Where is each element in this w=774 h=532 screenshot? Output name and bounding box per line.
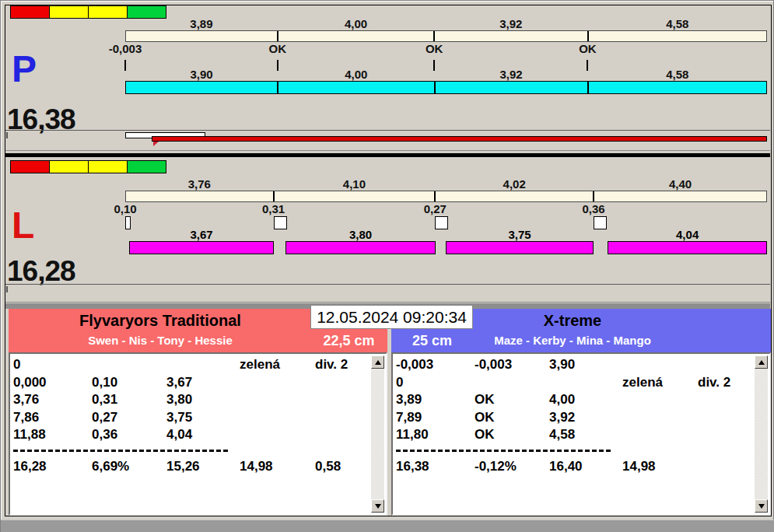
table-cell: 0,31 [92,391,166,409]
totals-cell: 14,98 [622,458,698,476]
table-row[interactable]: 0zelenádiv. 2 [396,374,754,392]
checkpoint-value: -0,003 [109,43,142,54]
scrollbar[interactable] [755,355,768,513]
arrow-up-icon [375,360,381,365]
table-cell: 0,000 [13,374,92,392]
team-name: Flyvaryors Traditional [9,312,312,330]
table-cell: OK [475,426,549,444]
table-cell [622,356,698,374]
table-cell [92,356,166,374]
bar-segment [433,31,587,41]
checkpoint-labels: 0,100,310,270,36 [125,203,767,215]
table-cell: 4,58 [549,426,622,444]
scroll-down-button[interactable] [371,499,384,513]
progress-strip [5,284,770,303]
bar-segment [593,191,766,201]
bar-segment [434,82,587,93]
team-dogs: Swen - Nis - Tony - Hessie [9,334,312,347]
scroll-down-button[interactable] [755,499,768,513]
traffic-light-segment [50,161,89,173]
team-result-list[interactable]: -0,003-0,0033,900zelenádiv. 23,89OK4,007… [391,352,771,516]
checkpoint-labels: -0,003OKOKOK [125,43,767,54]
bar-segment [277,31,433,41]
table-cell: 3,76 [13,391,92,409]
jump-height-right: 25 cm [391,331,473,352]
scroll-up-button[interactable] [755,355,768,369]
totals-row: 16,38-0,12%16,4014,98 [396,458,754,476]
totals-separator [13,450,228,452]
table-row[interactable]: 7,89OK3,92 [396,409,754,427]
bar-segment [434,191,593,201]
bar-value-label: 3,92 [434,68,587,80]
table-row[interactable]: 0,0000,103,67 [13,374,370,392]
result-rows: 0zelenádiv. 20,0000,103,673,760,313,807,… [13,356,370,444]
table-row[interactable]: 3,89OK4,00 [396,391,754,409]
table-cell: 11,88 [13,426,92,444]
table-cell [240,391,315,409]
result-rows: -0,003-0,0033,900zelenádiv. 23,89OK4,007… [396,356,754,444]
bar-value-label: 3,76 [125,178,274,190]
table-cell: 3,92 [549,409,622,427]
run-time-bar [125,81,767,94]
bar-value-label: 3,67 [190,229,212,240]
table-cell [622,391,698,409]
scrollbar[interactable] [371,355,384,513]
table-cell: 3,90 [549,356,622,374]
traffic-light-segment [11,6,50,18]
lane-bars: 3,894,003,924,58 -0,003OKOKOK 3,904,003,… [125,5,767,99]
traffic-light-segment [11,161,50,173]
table-cell: 0 [396,374,475,392]
scroll-up-button[interactable] [371,355,384,369]
table-cell: 3,80 [166,391,240,409]
checkpoint-value: OK [426,43,443,54]
arrow-up-icon [758,360,765,365]
totals-cell: 15,26 [166,458,240,476]
strip-tick [6,132,8,138]
bar-value-label: 3,80 [349,229,372,240]
table-cell: 4,04 [166,426,240,444]
table-cell [698,356,754,374]
run-time-labels: 3,904,003,924,58 [125,68,767,80]
checkpoint-value: 0,27 [424,203,447,215]
progress-strip [5,130,770,151]
table-cell: div. 2 [698,374,754,392]
split-time-labels: 3,764,104,024,40 [125,178,767,190]
totals-cell: 16,38 [396,458,475,476]
table-cell [698,391,754,409]
totals-cell: 14,98 [240,458,315,476]
table-cell: 3,67 [166,374,240,392]
arrow-down-icon [375,504,381,509]
table-row[interactable]: 7,860,273,75 [13,409,370,427]
bar-value-label: 4,10 [274,178,436,190]
lane-bars: 3,764,104,024,40 0,100,310,270,36 3,673,… [125,166,767,259]
table-row[interactable]: 11,80OK4,58 [396,426,754,444]
arrow-down-icon [758,504,765,509]
checkpoint-value: OK [269,43,287,54]
table-row[interactable]: 3,760,313,80 [13,391,370,409]
table-cell: 3,75 [166,409,240,427]
table-cell [240,426,315,444]
bar-value-label: 3,75 [508,229,531,240]
team-result-list[interactable]: 0zelenádiv. 20,0000,103,673,760,313,807,… [9,352,387,516]
split-time-bar [125,30,767,42]
bar-segment [126,191,273,201]
checkpoint-box-marker [594,216,607,229]
table-cell: 0,36 [92,426,166,444]
table-row[interactable]: 0zelenádiv. 2 [13,356,370,374]
table-row[interactable]: -0,003-0,0033,90 [396,356,754,374]
bar-value-label: 4,58 [588,68,767,80]
table-cell: 3,89 [396,391,475,409]
checkpoint-value: 0,31 [262,203,285,215]
lane-total-time: 16,28 [7,257,75,286]
table-cell: OK [475,391,549,409]
table-cell: 0 [13,356,92,374]
table-cell: -0,003 [475,356,549,374]
totals-cell: 0,58 [315,458,370,476]
traffic-light-segment [50,6,89,18]
bar-segment [587,31,766,41]
split-time-bar [125,191,767,202]
lane-letter: P [12,51,37,88]
table-row[interactable]: 11,880,364,04 [13,426,370,444]
checkpoint-box-marker [435,216,448,229]
table-cell [315,374,370,392]
